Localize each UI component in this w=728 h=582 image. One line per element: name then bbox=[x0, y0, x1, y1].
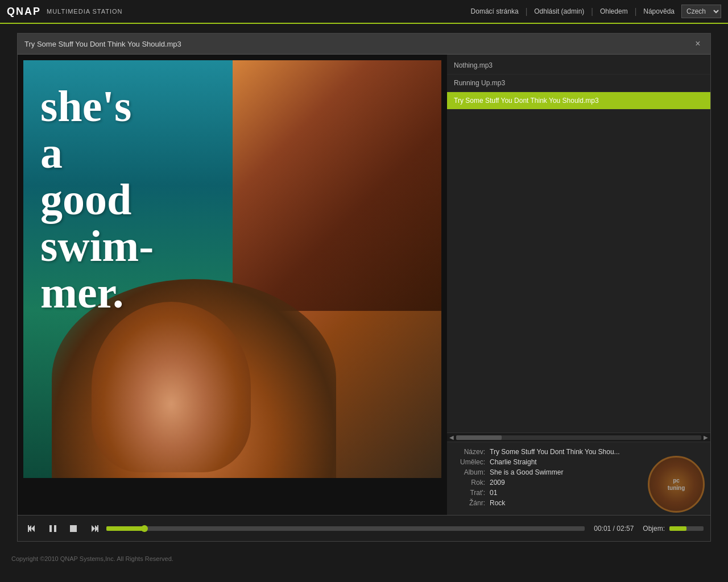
scrollbar-thumb[interactable] bbox=[456, 435, 502, 440]
pause-button[interactable] bbox=[45, 521, 61, 537]
album-text: she's a good swim- mer. bbox=[40, 83, 154, 315]
playlist-item[interactable]: Running Up.mp3 bbox=[447, 74, 710, 92]
prev-button[interactable] bbox=[24, 521, 40, 537]
svg-rect-8 bbox=[97, 525, 98, 532]
album-text-line3: good bbox=[40, 176, 154, 223]
dialog-title: Try Some Stuff You Dont Think You Should… bbox=[24, 40, 181, 48]
svg-marker-1 bbox=[31, 525, 35, 532]
stop-button[interactable] bbox=[65, 521, 81, 537]
nav-logout[interactable]: Odhlásit (admin) bbox=[530, 5, 589, 18]
progress-bar[interactable] bbox=[106, 526, 585, 531]
watermark-circle: pctuning bbox=[648, 456, 705, 513]
info-label: Rok: bbox=[454, 479, 485, 487]
svg-rect-5 bbox=[70, 525, 77, 532]
album-art-container: she's a good swim- mer. bbox=[18, 55, 447, 515]
info-value: Try Some Stuff You Dont Think You Shou..… bbox=[490, 448, 704, 456]
footer: Copyright ©2010 QNAP Systems,Inc. All Ri… bbox=[0, 551, 728, 567]
playlist-item[interactable]: Try Some Stuff You Dont Think You Should… bbox=[447, 92, 710, 110]
nav-sep-1: | bbox=[526, 7, 528, 16]
close-button[interactable]: × bbox=[692, 38, 704, 49]
controls-bar: 00:01 / 02:57 Objem: pctuning bbox=[18, 515, 710, 541]
scrollbar-track[interactable] bbox=[456, 435, 701, 440]
info-label: Název: bbox=[454, 448, 485, 456]
footer-copyright: Copyright ©2010 QNAP Systems,Inc. All Ri… bbox=[11, 555, 173, 562]
face-area bbox=[92, 302, 251, 472]
nav-home[interactable]: Domácí stránka bbox=[466, 5, 523, 18]
nav-sep-2: | bbox=[591, 7, 593, 16]
svg-rect-3 bbox=[49, 525, 52, 532]
logo-qnap: QNAP bbox=[7, 6, 41, 18]
logo-area: QNAP Multimedia Station bbox=[7, 6, 123, 18]
playlist-scrollbar: ◀ ▶ bbox=[447, 433, 710, 442]
dialog-titlebar: Try Some Stuff You Dont Think You Should… bbox=[18, 34, 710, 55]
scroll-right-icon[interactable]: ▶ bbox=[704, 434, 708, 440]
progress-fill bbox=[106, 526, 144, 531]
info-row: Název:Try Some Stuff You Dont Think You … bbox=[454, 448, 704, 456]
album-text-line5: mer. bbox=[40, 269, 154, 316]
svg-rect-2 bbox=[28, 525, 29, 532]
player-area: she's a good swim- mer. Nothing.mp3Runni… bbox=[18, 55, 710, 515]
volume-fill bbox=[669, 526, 686, 531]
album-art: she's a good swim- mer. bbox=[23, 60, 441, 478]
svg-marker-6 bbox=[92, 525, 95, 532]
info-label: Žánr: bbox=[454, 499, 485, 507]
nav-links: Domácí stránka | Odhlásit (admin) | Ohle… bbox=[466, 5, 721, 18]
album-text-line2: a bbox=[40, 130, 154, 176]
main-content: Try Some Stuff You Dont Think You Should… bbox=[17, 33, 711, 542]
nav-about[interactable]: Ohledem bbox=[595, 5, 632, 18]
time-current: 00:01 bbox=[594, 525, 611, 533]
nav-sep-3: | bbox=[635, 7, 637, 16]
playlist: Nothing.mp3Running Up.mp3Try Some Stuff … bbox=[447, 55, 710, 433]
watermark-text: pctuning bbox=[668, 477, 685, 492]
svg-rect-4 bbox=[54, 525, 56, 532]
next-button[interactable] bbox=[86, 521, 102, 537]
nav-help[interactable]: Nápověda bbox=[639, 5, 679, 18]
time-display: 00:01 / 02:57 bbox=[594, 525, 634, 533]
album-text-line4: swim- bbox=[40, 223, 154, 269]
volume-bar[interactable] bbox=[669, 526, 704, 531]
topbar: QNAP Multimedia Station Domácí stránka |… bbox=[0, 0, 728, 24]
bg-warm bbox=[233, 60, 442, 311]
language-select[interactable]: Czech English bbox=[681, 5, 721, 18]
progress-thumb bbox=[141, 525, 148, 532]
watermark: pctuning bbox=[648, 456, 705, 513]
album-text-line1: she's bbox=[40, 83, 154, 130]
app-title: Multimedia Station bbox=[47, 8, 123, 15]
right-panel: Nothing.mp3Running Up.mp3Try Some Stuff … bbox=[447, 55, 710, 515]
playlist-item[interactable]: Nothing.mp3 bbox=[447, 57, 710, 74]
volume-label: Objem: bbox=[643, 525, 665, 533]
info-label: Album: bbox=[454, 468, 485, 476]
scroll-left-icon[interactable]: ◀ bbox=[449, 434, 454, 440]
info-label: Umělec: bbox=[454, 458, 485, 466]
info-label: Trat': bbox=[454, 489, 485, 497]
time-total: 02:57 bbox=[617, 525, 634, 533]
